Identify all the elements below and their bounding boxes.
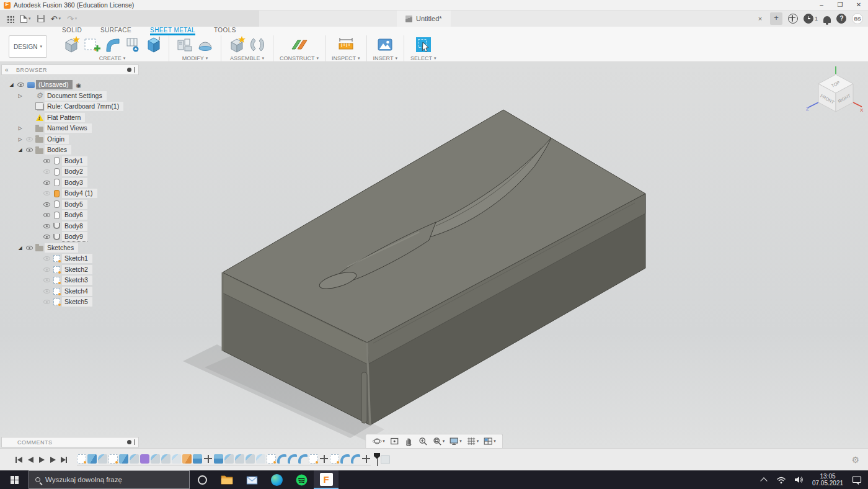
tree-row[interactable]: Body9 <box>1 231 139 243</box>
tray-expand-button[interactable] <box>756 477 771 483</box>
tree-row[interactable]: Document Settings <box>1 91 139 102</box>
expand-arrow-icon[interactable] <box>16 93 24 99</box>
new-tab-button[interactable] <box>770 12 782 25</box>
tree-item-label[interactable]: Sketch3 <box>62 276 92 285</box>
document-tab[interactable]: Untitled* <box>397 11 451 27</box>
workspace-switcher[interactable]: DESIGN▾ <box>9 35 47 58</box>
tree-item-label[interactable]: Body9 <box>62 232 87 242</box>
save-button[interactable] <box>37 15 45 22</box>
expand-arrow-icon[interactable] <box>16 147 24 153</box>
visibility-eye-icon[interactable] <box>42 202 51 207</box>
visibility-eye-icon[interactable] <box>42 213 51 217</box>
recent-activity-icon[interactable] <box>804 14 813 24</box>
network-button[interactable] <box>774 476 789 484</box>
look-at-button[interactable] <box>389 436 399 446</box>
app-grid-icon[interactable] <box>6 15 14 23</box>
timeline-feature-icon[interactable] <box>319 454 329 464</box>
tree-row[interactable]: Flat Pattern <box>1 112 139 123</box>
step-forward-button[interactable] <box>48 455 57 465</box>
browser-header[interactable]: BROWSER <box>1 65 139 75</box>
convert-to-sheet-metal-icon[interactable] <box>144 35 162 54</box>
flat-pattern-icon[interactable] <box>123 35 142 54</box>
timeline-feature-icon[interactable] <box>130 454 139 464</box>
tree-item-label[interactable]: Bodies <box>45 145 71 155</box>
expand-arrow-icon[interactable] <box>16 137 24 142</box>
flange-icon[interactable] <box>103 35 122 54</box>
measure-icon[interactable] <box>337 35 355 54</box>
timeline-feature-icon[interactable] <box>256 454 265 464</box>
timeline-feature-icon[interactable] <box>119 454 128 464</box>
file-menu-button[interactable]: ▾ <box>20 15 31 23</box>
create-sketch-icon[interactable] <box>82 35 101 54</box>
timeline-feature-icon[interactable] <box>203 454 213 464</box>
tree-row[interactable]: (Unsaved) <box>1 79 139 91</box>
tree-row[interactable]: Bodies <box>1 145 139 156</box>
minimize-button[interactable]: – <box>812 0 831 10</box>
browser-resize-handle[interactable] <box>134 67 135 73</box>
timeline-feature-icon[interactable] <box>77 454 86 464</box>
timeline-feature-icon[interactable] <box>351 454 360 464</box>
tray-clock[interactable]: 13:05 07.05.2021 <box>808 473 847 487</box>
action-center-button[interactable] <box>849 475 864 485</box>
visibility-eye-icon[interactable] <box>16 83 25 87</box>
orbit-button[interactable]: ▾ <box>372 436 385 446</box>
tree-row[interactable]: Sketch1 <box>1 253 139 264</box>
fit-button[interactable]: ▾ <box>432 436 445 446</box>
tree-row[interactable]: Body6 <box>1 210 139 221</box>
insert-image-icon[interactable] <box>376 35 394 54</box>
tree-row[interactable]: Body8 <box>1 221 139 232</box>
group-label-assemble[interactable]: ASSEMBLE▾ <box>230 55 264 61</box>
timeline-feature-icon[interactable] <box>288 454 297 464</box>
joint-icon[interactable] <box>248 35 267 54</box>
timeline-feature-icon[interactable] <box>361 454 371 464</box>
mail-button[interactable] <box>239 470 264 489</box>
expand-arrow-icon[interactable] <box>16 125 24 131</box>
group-label-select[interactable]: SELECT▾ <box>410 55 436 61</box>
visibility-eye-icon[interactable] <box>42 278 51 282</box>
visibility-eye-icon[interactable] <box>42 300 51 304</box>
timeline-feature-icon[interactable] <box>277 454 286 464</box>
visibility-eye-icon[interactable] <box>42 267 51 272</box>
view-cube[interactable]: TOP FRONT RIGHT Z X <box>802 63 864 125</box>
tree-item-label[interactable]: Sketches <box>45 243 78 253</box>
edge-button[interactable] <box>264 470 289 489</box>
timeline-suppressed-feature-icon[interactable] <box>381 455 390 464</box>
group-label-create[interactable]: CREATE▾ <box>99 55 125 61</box>
comments-options-icon[interactable] <box>127 440 131 444</box>
tree-row[interactable]: Named Views <box>1 123 139 134</box>
tree-item-label[interactable]: Sketch4 <box>62 287 92 296</box>
visibility-eye-icon[interactable] <box>42 159 51 163</box>
timeline-feature-icon[interactable] <box>182 454 192 464</box>
assemble-component-icon[interactable] <box>228 35 246 54</box>
go-to-end-button[interactable] <box>60 455 68 465</box>
tree-item-label[interactable]: Named Views <box>45 123 92 133</box>
new-component-icon[interactable] <box>62 35 81 54</box>
tree-item-label[interactable]: Body6 <box>62 210 87 220</box>
visibility-eye-icon[interactable] <box>24 137 34 141</box>
volume-button[interactable] <box>791 475 806 484</box>
tree-row[interactable]: Rule: Cardboard 7mm(1) <box>1 101 139 112</box>
pan-button[interactable] <box>404 436 414 446</box>
modify-dome-icon[interactable] <box>196 35 215 54</box>
cortana-button[interactable] <box>190 470 215 489</box>
visibility-eye-icon[interactable] <box>24 148 34 152</box>
tree-item-label[interactable]: Body3 <box>62 178 87 187</box>
timeline-feature-icon[interactable] <box>172 454 181 464</box>
tree-row[interactable]: Body2 <box>1 166 139 177</box>
taskbar-search-input[interactable]: Wyszukaj dowolną frazę <box>29 470 190 489</box>
go-to-start-button[interactable] <box>15 455 24 465</box>
tree-item-label[interactable]: Sketch5 <box>62 297 92 307</box>
tree-item-label[interactable]: Rule: Cardboard 7mm(1) <box>45 102 123 111</box>
tree-row[interactable]: Sketches <box>1 243 139 254</box>
timeline-feature-icon[interactable] <box>298 454 308 464</box>
restore-button[interactable]: ❐ <box>831 0 849 10</box>
tree-item-label[interactable]: Body1 <box>62 156 87 166</box>
visibility-eye-icon[interactable] <box>42 169 51 174</box>
play-button[interactable] <box>37 455 46 465</box>
tree-item-label[interactable]: Body2 <box>62 167 87 176</box>
timeline-feature-icon[interactable] <box>224 454 234 464</box>
timeline-feature-icon[interactable] <box>87 454 97 464</box>
timeline-feature-icon[interactable] <box>267 454 276 464</box>
tree-row[interactable]: Sketch4 <box>1 286 139 297</box>
tree-row[interactable]: Body1 <box>1 156 139 167</box>
